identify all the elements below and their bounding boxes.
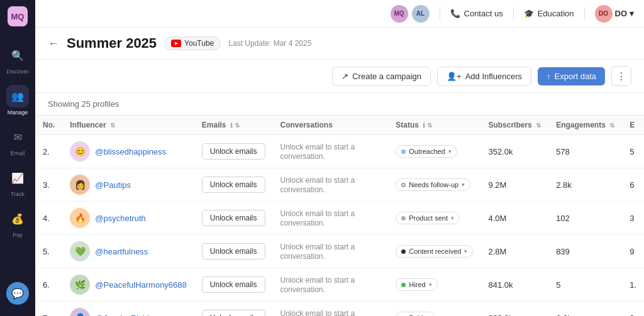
contact-us-link[interactable]: 📞 Contact us [450,9,503,18]
col-extra[interactable]: E [622,116,644,135]
unlock-emails-button[interactable]: Unlock emails [202,177,265,193]
col-status[interactable]: Status ℹ ⇅ [388,116,480,135]
status-dot [401,183,406,187]
sidebar-label-track: Track [11,191,25,197]
status-badge[interactable]: Outreached ▾ [396,145,457,158]
status-label: Needs follow-up [409,181,458,188]
status-dot [401,249,406,254]
status-label: Content received [409,248,461,255]
row-subscribers: 9.2M [480,168,548,202]
row-influencer: 👤 @JessicaRichburg [62,302,194,317]
influencer-avatar: 🌿 [70,275,90,295]
col-emails[interactable]: Emails ℹ ⇅ [194,116,273,135]
status-badge[interactable]: Product sent ▾ [396,212,460,224]
nav-avatars: MQ AL [391,5,430,23]
add-influencers-button[interactable]: 👤+ Add Influencers [437,67,531,86]
table-row: 6. 🌿 @PeacefulHarmony6688 Unlock emails … [35,268,644,302]
table-container: No. Influencer ⇅ Emails ℹ ⇅ Conversation… [35,116,644,316]
unlock-emails-button[interactable]: Unlock emails [202,143,265,160]
page-header: ← Summer 2025 YouTube Last Update: Mar 4… [35,28,644,60]
create-campaign-button[interactable]: ↗ Create a campaign [332,67,431,86]
influencer-link[interactable]: @psychetruth [95,214,145,223]
table-row: 3. 👩 @Pautips Unlock emails Unlock email… [35,168,644,202]
status-badge[interactable]: Content received ▾ [396,245,473,258]
influencer-avatar: 👩 [70,175,90,195]
col-subscribers[interactable]: Subscribers ⇅ [480,116,548,135]
user-menu[interactable]: DO DO ▾ [595,5,635,23]
row-extra: 6 [622,168,644,202]
add-influencers-label: Add Influencers [465,72,522,81]
last-update: Last Update: Mar 4 2025 [228,39,311,48]
row-subscribers: 823.0k [480,302,548,317]
row-conv: Unlock email to start a conversation. [273,302,389,317]
conv-text: Unlock email to start a conversation. [280,143,355,161]
row-no: 5. [35,235,62,268]
row-extra: 9 [622,235,644,268]
table-row: 2. 😊 @blissedhappiness Unlock emails Unl… [35,135,644,168]
row-influencer: 🌿 @PeacefulHarmony6688 [62,268,194,302]
unlock-emails-button[interactable]: Unlock emails [202,243,265,259]
sidebar-item-pay[interactable]: 💰 Pay [0,202,35,243]
sidebar-item-email[interactable]: ✉ Email [0,121,35,161]
email-icon: ✉ [6,126,29,148]
more-options-button[interactable]: ⋮ [611,66,631,86]
sidebar-label-email: Email [11,150,25,156]
status-chevron: ▾ [451,215,454,221]
education-icon: 🎓 [524,9,534,18]
sidebar-label-pay: Pay [13,232,23,238]
row-influencer: 💚 @heartfulness [62,235,194,268]
row-no: 3. [35,168,62,202]
col-engagements[interactable]: Engagements ⇅ [548,116,622,135]
count-text: Showing 25 profiles [48,99,119,109]
status-badge[interactable]: Paid ▾ [396,312,435,316]
education-link[interactable]: 🎓 Education [524,9,574,18]
row-conv: Unlock email to start a conversation. [273,235,389,268]
status-badge[interactable]: Hired ▾ [396,278,437,291]
row-emails: Unlock emails [194,268,273,302]
influencer-link[interactable]: @blissedhappiness [95,147,166,156]
row-status: Paid ▾ [388,302,480,317]
back-button[interactable]: ← [48,37,59,50]
row-subscribers: 352.0k [480,135,548,168]
platform-label: YouTube [184,39,214,48]
unlock-emails-button[interactable]: Unlock emails [202,310,265,316]
row-influencer: 😊 @blissedhappiness [62,135,194,168]
status-label: Hired [409,281,425,288]
unlock-emails-button[interactable]: Unlock emails [202,210,265,226]
add-person-icon: 👤+ [447,72,462,81]
user-menu-chevron: ▾ [630,9,634,18]
table-row: 5. 💚 @heartfulness Unlock emails Unlock … [35,235,644,268]
col-influencer[interactable]: Influencer ⇅ [62,116,194,135]
status-dot [401,216,406,221]
influencer-avatar: 💚 [70,241,90,261]
sidebar-item-discover[interactable]: 🔍 Discover [0,39,35,80]
influencer-link[interactable]: @JessicaRichburg [95,313,164,317]
influencer-link[interactable]: @Pautips [95,180,131,190]
status-chevron: ▾ [464,248,467,254]
youtube-icon [171,40,181,47]
discover-icon: 🔍 [6,44,29,67]
influencer-link[interactable]: @PeacefulHarmony6688 [95,280,186,290]
sidebar-item-manage[interactable]: 👥 Manage [0,80,35,121]
chat-bubble-button[interactable]: 💬 [6,282,29,305]
status-dot [401,150,406,154]
status-badge[interactable]: Needs follow-up ▾ [396,178,470,191]
sidebar: MQ 🔍 Discover 👥 Manage ✉ Email 📈 Track 💰… [0,0,35,316]
track-icon: 📈 [6,166,29,189]
row-engagements: 6.6k [548,302,622,317]
manage-icon: 👥 [6,85,29,107]
row-no: 6. [35,268,62,302]
unlock-emails-button[interactable]: Unlock emails [202,276,265,293]
pay-icon: 💰 [6,207,29,230]
row-subscribers: 2.8M [480,235,548,268]
create-campaign-label: Create a campaign [352,72,421,81]
status-chevron: ▾ [429,281,432,288]
app-logo: MQ [8,6,28,26]
status-chevron: ▾ [448,148,452,155]
conv-text: Unlock email to start a conversation. [280,276,355,294]
row-no: 4. [35,202,62,235]
influencer-avatar: 😊 [70,141,90,161]
influencer-link[interactable]: @heartfulness [95,247,148,256]
sidebar-item-track[interactable]: 📈 Track [0,161,35,202]
export-data-button[interactable]: ↑ Export data [538,67,605,85]
